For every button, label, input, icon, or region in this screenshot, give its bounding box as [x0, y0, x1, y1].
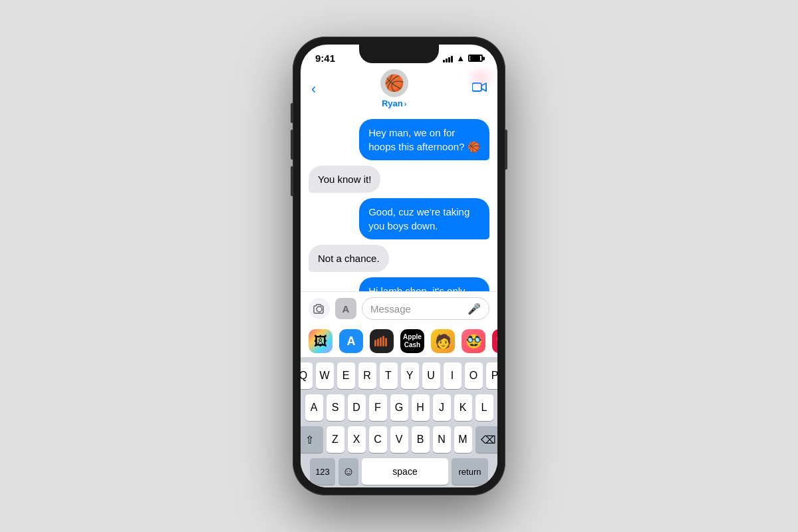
key-s[interactable]: S: [327, 394, 344, 421]
svg-rect-2: [374, 340, 376, 346]
volume-up-button: [291, 130, 293, 160]
space-key[interactable]: space: [362, 458, 448, 485]
app-strip: 🖼 A AppleCash 🧑 🥸 🔍: [301, 325, 497, 357]
messages-area: Hey man, we on for hoops this afternoon?…: [301, 114, 497, 291]
key-u[interactable]: U: [422, 362, 440, 389]
svg-rect-5: [382, 336, 384, 346]
key-m[interactable]: M: [454, 426, 472, 453]
key-w[interactable]: W: [316, 362, 334, 389]
key-g[interactable]: G: [390, 394, 408, 421]
status-time: 9:41: [315, 53, 335, 64]
delete-key[interactable]: ⌫: [475, 426, 498, 453]
battery-icon: [468, 55, 483, 62]
contact-name-chevron: ›: [404, 100, 407, 108]
key-o[interactable]: O: [465, 362, 483, 389]
phone-frame: 9:41 ▲ ‹ 🏀: [293, 37, 505, 495]
signal-bar-3: [448, 57, 450, 63]
key-z[interactable]: Z: [327, 426, 344, 453]
wifi-icon: ▲: [456, 53, 465, 63]
key-r[interactable]: R: [358, 362, 376, 389]
status-icons: ▲: [443, 53, 483, 63]
key-h[interactable]: H: [412, 394, 430, 421]
received-bubble: You know it!: [309, 166, 380, 193]
phone-screen: 9:41 ▲ ‹ 🏀: [301, 45, 497, 487]
svg-point-1: [317, 307, 322, 312]
back-button[interactable]: ‹: [311, 80, 316, 98]
svg-rect-6: [385, 338, 387, 346]
camera-button[interactable]: [309, 298, 330, 319]
message-placeholder: Message: [370, 303, 411, 315]
power-button: [505, 130, 507, 170]
key-i[interactable]: I: [444, 362, 462, 389]
key-d[interactable]: D: [348, 394, 366, 421]
notch: [359, 45, 439, 63]
message-row: Hey man, we on for hoops this afternoon?…: [309, 119, 489, 160]
key-c[interactable]: C: [369, 426, 387, 453]
return-key[interactable]: return: [452, 458, 488, 485]
key-p[interactable]: P: [486, 362, 498, 389]
key-n[interactable]: N: [433, 426, 451, 453]
svg-rect-3: [377, 338, 379, 346]
key-k[interactable]: K: [454, 394, 472, 421]
key-t[interactable]: T: [380, 362, 398, 389]
message-row: Hi lamb chop, it's only been an hour and…: [309, 277, 489, 291]
message-row: Good, cuz we're taking you boys down.: [309, 198, 489, 239]
appclip-button[interactable]: A: [335, 298, 356, 319]
received-bubble: Not a chance.: [309, 245, 389, 272]
message-row: You know it!: [309, 166, 489, 193]
message-input[interactable]: Message 🎤: [362, 297, 489, 320]
search-app-icon[interactable]: 🔍: [492, 329, 497, 353]
sent-bubble: Good, cuz we're taking you boys down.: [359, 198, 489, 239]
key-j[interactable]: J: [433, 394, 451, 421]
shift-key[interactable]: ⇧: [301, 426, 323, 453]
sent-bubble: Hi lamb chop, it's only been an hour and…: [359, 277, 489, 291]
notification-glow: [471, 71, 491, 84]
cash-app-icon[interactable]: AppleCash: [400, 329, 424, 353]
volume-down-button: [291, 166, 293, 196]
keyboard: Q W E R T Y U I O P A S D F G: [301, 357, 497, 487]
nav-header: ‹ 🏀 Ryan ›: [301, 66, 497, 114]
signal-bar-1: [443, 60, 445, 63]
contact-avatar: 🏀: [380, 69, 408, 97]
signal-bars: [443, 55, 453, 63]
battery-fill: [470, 56, 480, 61]
keyboard-row-2: A S D F G H J K L: [303, 394, 495, 421]
sent-bubble: Hey man, we on for hoops this afternoon?…: [359, 119, 489, 160]
memoji1-app-icon[interactable]: 🧑: [431, 329, 455, 353]
contact-info[interactable]: 🏀 Ryan ›: [380, 69, 408, 108]
key-y[interactable]: Y: [401, 362, 419, 389]
signal-bar-2: [446, 59, 448, 63]
memoji2-app-icon[interactable]: 🥸: [462, 329, 485, 353]
key-b[interactable]: B: [412, 426, 430, 453]
key-l[interactable]: L: [475, 394, 493, 421]
key-a[interactable]: A: [305, 394, 323, 421]
keyboard-row-3: ⇧ Z X C V B N M ⌫: [303, 426, 495, 453]
appstore-app-icon[interactable]: A: [339, 329, 363, 353]
key-f[interactable]: F: [369, 394, 387, 421]
keyboard-row-4: 123 ☺ space return: [303, 458, 495, 485]
keyboard-row-1: Q W E R T Y U I O P: [303, 362, 495, 389]
contact-name: Ryan ›: [382, 98, 406, 108]
signal-bar-4: [451, 56, 453, 63]
soundcloud-app-icon[interactable]: [370, 329, 394, 353]
message-row: Not a chance.: [309, 245, 489, 272]
mic-icon: 🎤: [467, 303, 481, 315]
key-v[interactable]: V: [390, 426, 408, 453]
svg-rect-4: [380, 337, 382, 346]
volume-silent-button: [291, 103, 293, 123]
emoji-key[interactable]: ☺: [338, 458, 358, 485]
input-toolbar: A Message 🎤: [301, 291, 497, 325]
key-q[interactable]: Q: [301, 362, 313, 389]
numbers-key[interactable]: 123: [310, 458, 335, 485]
photos-app-icon[interactable]: 🖼: [309, 329, 332, 353]
key-e[interactable]: E: [337, 362, 355, 389]
key-x[interactable]: X: [348, 426, 366, 453]
